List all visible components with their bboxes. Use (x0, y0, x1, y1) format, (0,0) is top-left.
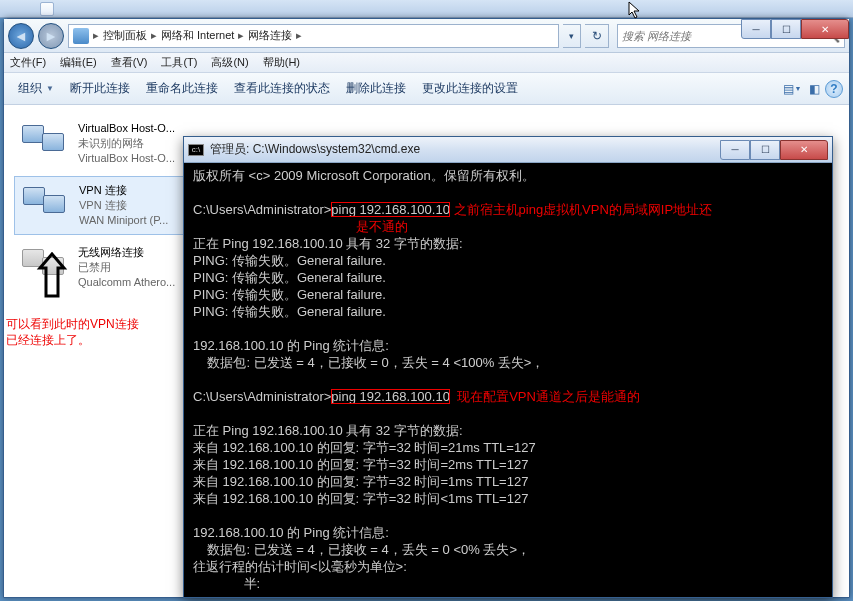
connection-item-virtualbox[interactable]: VirtualBox Host-O... 未识别的网络 VirtualBox H… (14, 115, 184, 172)
toolbar-delete[interactable]: 删除此连接 (338, 76, 414, 101)
nav-forward-button[interactable]: ► (38, 23, 64, 49)
menu-file[interactable]: 文件(F) (10, 55, 46, 70)
preview-pane-icon[interactable]: ◧ (803, 78, 825, 100)
breadcrumb-seg[interactable]: 网络连接 (244, 25, 296, 47)
conn-name: VirtualBox Host-O... (78, 121, 175, 136)
breadcrumb-dropdown[interactable]: ▾ (563, 24, 581, 48)
cmd-close-button[interactable]: ✕ (780, 140, 828, 160)
conn-status: 未识别的网络 (78, 136, 175, 151)
cmd-maximize-button[interactable]: ☐ (750, 140, 780, 160)
cmd-window: c:\ 管理员: C:\Windows\system32\cmd.exe ─ ☐… (183, 136, 833, 598)
conn-status: VPN 连接 (79, 198, 168, 213)
cmd-minimize-button[interactable]: ─ (720, 140, 750, 160)
chevron-down-icon: ▼ (46, 84, 54, 93)
menu-tools[interactable]: 工具(T) (161, 55, 197, 70)
taskbar-button[interactable] (40, 2, 54, 16)
cmd-icon: c:\ (188, 144, 204, 156)
annotation-arrow (36, 252, 68, 298)
cmd-title-text: 管理员: C:\Windows\system32\cmd.exe (210, 141, 420, 158)
refresh-button[interactable]: ↻ (585, 24, 609, 48)
menu-help[interactable]: 帮助(H) (263, 55, 300, 70)
breadcrumb-seg[interactable]: 网络和 Internet (157, 25, 238, 47)
conn-device: Qualcomm Athero... (78, 275, 175, 290)
control-panel-icon (73, 28, 89, 44)
network-adapter-icon (20, 121, 68, 163)
conn-device: WAN Miniport (P... (79, 213, 168, 228)
connection-item-vpn[interactable]: VPN 连接 VPN 连接 WAN Miniport (P... (14, 176, 184, 235)
toolbar-disconnect[interactable]: 断开此连接 (62, 76, 138, 101)
ping-command-box: ping 192.168.100.10 (331, 389, 450, 404)
conn-device: VirtualBox Host-O... (78, 151, 175, 166)
nav-back-button[interactable]: ◄ (8, 23, 34, 49)
chevron-right-icon[interactable]: ▸ (296, 25, 302, 47)
conn-name: 无线网络连接 (78, 245, 175, 260)
toolbar-organize[interactable]: 组织▼ (10, 76, 62, 101)
toolbar-rename[interactable]: 重命名此连接 (138, 76, 226, 101)
annotation-cmd-2: 现在配置VPN通道之后是能通的 (457, 389, 640, 404)
ping-command-box: ping 192.168.100.10 (331, 202, 450, 217)
help-icon[interactable]: ? (825, 80, 843, 98)
menu-advanced[interactable]: 高级(N) (211, 55, 248, 70)
cmd-output[interactable]: 版权所有 <c> 2009 Microsoft Corporation。保留所有… (187, 163, 829, 594)
desktop-taskbar (0, 0, 853, 18)
breadcrumb-seg[interactable]: 控制面板 (99, 25, 151, 47)
annotation-cmd-1b: 是不通的 (356, 219, 408, 234)
explorer-window-controls: ─ ☐ ✕ (741, 19, 849, 39)
menu-bar: 文件(F) 编辑(E) 查看(V) 工具(T) 高级(N) 帮助(H) (4, 53, 849, 73)
network-adapter-icon (21, 183, 69, 225)
maximize-button[interactable]: ☐ (771, 19, 801, 39)
minimize-button[interactable]: ─ (741, 19, 771, 39)
annotation-cmd-1a: 之前宿主机ping虚拟机VPN的局域网IP地址还 (454, 202, 713, 217)
conn-status: 已禁用 (78, 260, 175, 275)
toolbar-change[interactable]: 更改此连接的设置 (414, 76, 526, 101)
annotation-text-left: 可以看到此时的VPN连接已经连接上了。 (6, 316, 139, 348)
menu-edit[interactable]: 编辑(E) (60, 55, 97, 70)
menu-view[interactable]: 查看(V) (111, 55, 148, 70)
toolbar: 组织▼ 断开此连接 重命名此连接 查看此连接的状态 删除此连接 更改此连接的设置… (4, 73, 849, 105)
toolbar-status[interactable]: 查看此连接的状态 (226, 76, 338, 101)
conn-name: VPN 连接 (79, 183, 168, 198)
breadcrumb[interactable]: ▸ 控制面板 ▸ 网络和 Internet ▸ 网络连接 ▸ (68, 24, 559, 48)
nav-row: ◄ ► ▸ 控制面板 ▸ 网络和 Internet ▸ 网络连接 ▸ ▾ ↻ 🔍 (4, 19, 849, 53)
close-button[interactable]: ✕ (801, 19, 849, 39)
cmd-titlebar[interactable]: c:\ 管理员: C:\Windows\system32\cmd.exe ─ ☐… (184, 137, 832, 163)
view-icon[interactable]: ▤▼ (781, 78, 803, 100)
